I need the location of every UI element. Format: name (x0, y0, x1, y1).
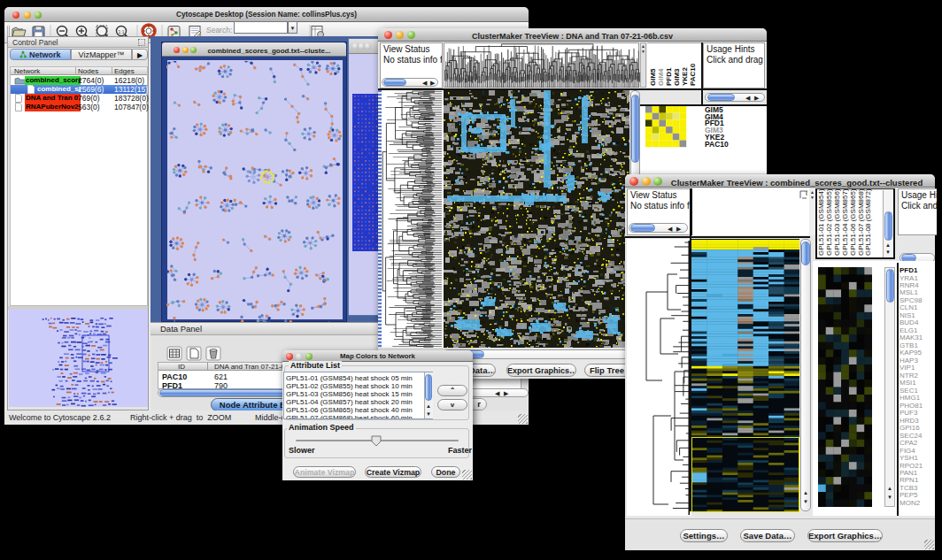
svg-text:GPL51-07 (GSM868): GPL51-07 (GSM868) (857, 188, 865, 256)
svg-text:GIM3: GIM3 (673, 68, 681, 86)
svg-text:1:1: 1:1 (119, 29, 125, 35)
svg-text:GPL51-08 (GSM872): GPL51-08 (GSM872) (864, 188, 872, 256)
svg-text:YKE2: YKE2 (681, 67, 689, 86)
svg-text:GPL51-03 (GSM856): GPL51-03 (GSM856) (833, 188, 841, 256)
svg-text:GPL51-02 (GSM855): GPL51-02 (GSM855) (825, 188, 833, 256)
svg-text:GIM5: GIM5 (649, 68, 657, 86)
svg-text:GPL51-06 (GSM865): GPL51-06 (GSM865) (849, 188, 857, 256)
svg-text:PFD1: PFD1 (665, 67, 673, 86)
svg-text:GPL51-01 (GSM854): GPL51-01 (GSM854) (817, 188, 825, 256)
svg-text:PAC10: PAC10 (689, 63, 697, 86)
svg-text:GIM4: GIM4 (657, 68, 665, 86)
svg-text:GPL51-04 (GSM857): GPL51-04 (GSM857) (841, 188, 849, 256)
